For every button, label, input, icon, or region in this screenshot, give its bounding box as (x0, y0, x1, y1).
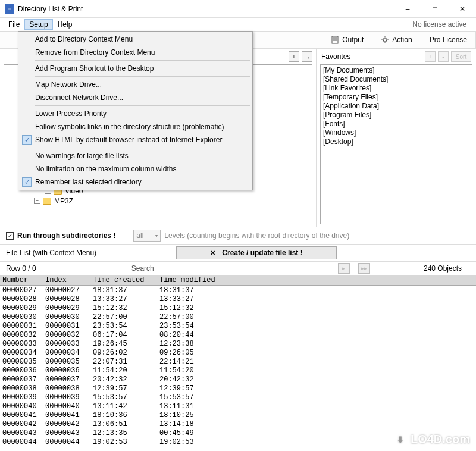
svg-rect-0 (332, 36, 338, 43)
favorites-list[interactable]: [My Documents][Shared Documents][Link Fa… (320, 64, 472, 224)
favorites-item[interactable]: [Fonts] (323, 120, 469, 129)
subdirectories-row: ✓ Run through subdirectories ! all Level… (0, 227, 476, 244)
run-subdirectories-label: Run through subdirectories ! (17, 231, 115, 240)
table-row[interactable]: 000000350000003522:07:3122:14:21 (0, 357, 476, 366)
menu-item-label: Add to Directory Context Menu (35, 35, 133, 43)
favorites-add-button[interactable]: + (425, 51, 436, 62)
maximize-button[interactable]: □ (421, 0, 449, 18)
menu-item-label: Lower Process Priority (35, 109, 107, 118)
col-number[interactable]: Number (0, 276, 43, 284)
table-row[interactable]: 000000310000003123:53:5423:53:54 (0, 321, 476, 330)
search-label: Search (131, 264, 154, 273)
folder-icon (43, 198, 51, 205)
table-row[interactable]: 000000330000003319:26:4512:23:38 (0, 339, 476, 348)
setup-menu-item[interactable]: Remove from Directory Context Menu (20, 46, 251, 59)
table-row[interactable]: 000000300000003022:57:0022:57:00 (0, 312, 476, 321)
col-time-modified[interactable]: Time modified (157, 276, 228, 284)
table-row[interactable]: 000000320000003206:17:0408:20:44 (0, 330, 476, 339)
table-row[interactable]: 000000390000003915:53:5715:53:57 (0, 393, 476, 402)
favorites-item[interactable]: [Temporary Files] (323, 93, 469, 102)
setup-menu-item[interactable]: Follow symbolic links in the directory s… (20, 120, 251, 133)
favorites-sort-button[interactable]: Sort (451, 51, 471, 62)
tab-action-label: Action (392, 36, 412, 44)
table-row[interactable]: 000000440000004419:02:5319:02:53 (0, 437, 476, 446)
favorites-remove-button[interactable]: - (438, 51, 449, 62)
favorites-item[interactable]: [Desktop] (323, 137, 469, 146)
tree-node[interactable]: +MP3Z (5, 196, 311, 206)
favorites-item[interactable]: [Shared Documents] (323, 75, 469, 84)
setup-menu-item[interactable]: Add to Directory Context Menu (20, 33, 251, 46)
create-update-button[interactable]: ✕ Create / update file list ! (176, 246, 337, 259)
table-row[interactable]: 000000340000003409:26:0209:26:05 (0, 348, 476, 357)
favorites-item[interactable]: [Application Data] (323, 102, 469, 111)
table-row[interactable]: 000000270000002718:31:3718:31:37 (0, 286, 476, 295)
table-row[interactable]: 000000420000004213:06:5113:14:18 (0, 419, 476, 428)
check-icon: ✓ (22, 135, 32, 145)
setup-menu-item[interactable]: No warnings for large file lists (20, 149, 251, 162)
menu-item-label: Follow symbolic links in the directory s… (35, 123, 224, 131)
favorites-item[interactable]: [Windows] (323, 129, 469, 137)
menu-item-label: Disconnect Network Drive... (35, 93, 123, 102)
table-row[interactable]: 000000450000004512:16:3412:15:59 (0, 446, 476, 447)
run-subdirectories-checkbox[interactable]: ✓ (6, 232, 14, 240)
tab-action[interactable]: Action (372, 32, 421, 48)
table-header: Number Index Time created Time modified (0, 275, 476, 286)
menu-item-label: No limitation on the maximum column widt… (35, 165, 176, 173)
setup-menu-item[interactable]: Add Program Shortcut to the Desktop (20, 62, 251, 75)
gear-icon (381, 36, 389, 44)
path-back-button[interactable]: ¬ (302, 51, 312, 62)
close-button[interactable]: ✕ (449, 0, 476, 18)
objects-count: 240 Objects (424, 264, 470, 273)
setup-menu-item[interactable]: No limitation on the maximum column widt… (20, 162, 251, 176)
table-row[interactable]: 000000410000004118:10:3618:10:25 (0, 411, 476, 419)
menu-item-label: Show HTML by default browser instead of … (35, 136, 222, 144)
table-row[interactable]: 000000280000002813:33:2713:33:27 (0, 295, 476, 303)
menu-help[interactable]: Help (53, 19, 77, 30)
favorites-label: Favorites (321, 52, 422, 61)
table-row[interactable]: 000000370000003720:42:3220:42:32 (0, 375, 476, 384)
setup-menu-item[interactable]: ✓Remember last selected directory (20, 176, 251, 189)
path-plus-button[interactable]: + (289, 51, 299, 62)
setup-dropdown: Add to Directory Context MenuRemove from… (18, 31, 253, 190)
tab-pro-license[interactable]: Pro License (421, 32, 476, 48)
setup-menu-item[interactable]: Map Network Drive... (20, 78, 251, 91)
filelist-header: File List (with Context Menu) ✕ Create /… (0, 244, 476, 262)
menu-item-label: Remove from Directory Context Menu (35, 48, 155, 57)
table-row[interactable]: 000000380000003812:39:5712:39:57 (0, 384, 476, 393)
col-time-created[interactable]: Time created (90, 276, 157, 284)
table-row[interactable]: 000000430000004312:13:3500:45:49 (0, 428, 476, 437)
col-index[interactable]: Index (43, 276, 90, 284)
minimize-button[interactable]: – (394, 0, 421, 18)
table-row[interactable]: 000000400000004013:11:4213:11:31 (0, 402, 476, 411)
favorites-panel: Favorites + - Sort [My Documents][Shared… (317, 49, 476, 227)
nav-next-button[interactable]: ▸▸ (358, 263, 370, 274)
tree-label: MP3Z (54, 197, 73, 205)
app-icon: ≡ (5, 4, 14, 14)
nav-prev-button[interactable]: ▸ (338, 263, 350, 274)
favorites-item[interactable]: [My Documents] (323, 66, 469, 75)
tree-expander[interactable]: + (34, 198, 40, 204)
levels-combo[interactable]: all (133, 230, 161, 242)
menu-item-label: No warnings for large file lists (35, 152, 129, 160)
filelist-label: File List (with Context Menu) (6, 249, 173, 257)
table-row[interactable]: 000000360000003611:54:2011:54:20 (0, 366, 476, 375)
favorites-item[interactable]: [Program Files] (323, 111, 469, 120)
file-table[interactable]: Number Index Time created Time modified … (0, 275, 476, 447)
row-count-label: Row 0 / 0 (6, 264, 36, 273)
menu-setup[interactable]: Setup (24, 19, 52, 30)
tab-output[interactable]: Output (322, 32, 372, 48)
document-icon (331, 36, 339, 44)
x-icon: ✕ (210, 250, 216, 256)
titlebar: ≡ Directory List & Print – □ ✕ (0, 0, 476, 18)
setup-menu-item[interactable]: Lower Process Priority (20, 107, 251, 120)
setup-menu-item[interactable]: Disconnect Network Drive... (20, 91, 251, 104)
table-row[interactable]: 000000290000002915:12:3215:12:32 (0, 303, 476, 312)
menu-file[interactable]: File (4, 19, 24, 30)
setup-menu-item[interactable]: ✓Show HTML by default browser instead of… (20, 133, 251, 146)
window-title: Directory List & Print (18, 5, 394, 13)
license-status: No license active (412, 20, 472, 29)
menu-item-label: Add Program Shortcut to the Desktop (35, 64, 154, 73)
create-update-label: Create / update file list ! (222, 249, 302, 257)
favorites-item[interactable]: [Link Favorites] (323, 84, 469, 93)
row-status: Row 0 / 0 Search ▸ ▸▸ 240 Objects (0, 262, 476, 275)
